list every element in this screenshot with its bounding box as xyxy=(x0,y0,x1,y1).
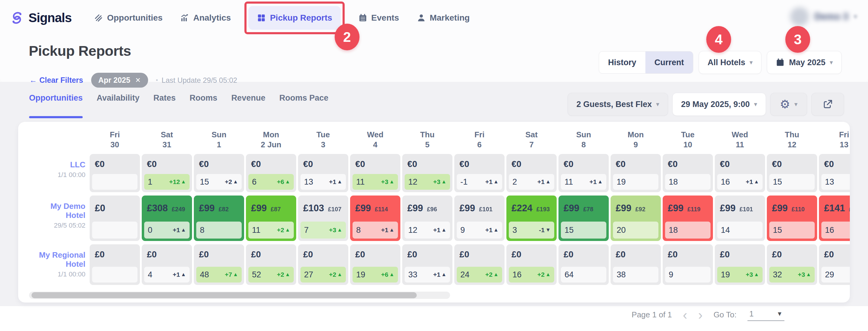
clear-filters-link[interactable]: ← Clear Filters xyxy=(29,76,83,85)
pickup-cell[interactable]: €013+1▲ xyxy=(819,154,850,192)
pickup-cell[interactable]: £019+6▲ xyxy=(350,244,400,285)
pickup-cell[interactable]: €012+3▲ xyxy=(402,154,453,192)
page-indicator: Page 1 of 1 xyxy=(632,310,672,320)
pickup-cell[interactable]: £052+2▲ xyxy=(246,244,296,285)
hotel-name-link[interactable]: LLC xyxy=(30,160,85,169)
pickup-cell[interactable]: £048+7▲ xyxy=(194,244,244,285)
tab-availability[interactable]: Availability xyxy=(97,93,140,118)
user-menu[interactable]: Demo 3 ▾ xyxy=(790,7,857,26)
horizontal-scrollbar[interactable] xyxy=(29,292,450,299)
pickup-cell[interactable]: £033+1▲ xyxy=(402,244,453,285)
cell-rate-value: £0 xyxy=(298,244,348,260)
pickup-cell[interactable]: £103£1077+3▲ xyxy=(298,195,348,241)
grid-icon xyxy=(257,13,266,23)
nav-item-marketing[interactable]: Marketing xyxy=(417,13,470,23)
triangle-up-icon: ▲ xyxy=(285,179,290,185)
nav-item-analytics[interactable]: Analytics xyxy=(180,13,231,23)
pickup-cell[interactable]: £029+1▲ xyxy=(819,244,850,285)
pickup-cell[interactable]: £0 xyxy=(90,244,140,285)
pickup-cell[interactable]: £99£11918 xyxy=(663,195,713,241)
cell-rate-value: £0 xyxy=(402,244,453,260)
cell-delta: +3▲ xyxy=(329,227,342,234)
cell-pickup-count: 7+3▲ xyxy=(301,221,346,239)
pickup-cell[interactable]: £032+3▲ xyxy=(767,244,817,285)
pickup-cell[interactable]: £308£2490+1▲ xyxy=(142,195,192,241)
brand-logo[interactable]: Signals xyxy=(9,10,71,26)
pickup-cell[interactable]: £99£8711+2▲ xyxy=(246,195,296,241)
nav-item-events[interactable]: Events xyxy=(358,13,399,23)
datetime-dropdown[interactable]: 29 May 2025, 9:00 ▾ xyxy=(672,93,766,116)
pickup-cell[interactable]: £99£10114 xyxy=(715,195,765,241)
all-hotels-dropdown[interactable]: All Hotels ▾ xyxy=(699,51,762,74)
tab-rooms[interactable]: Rooms xyxy=(190,93,217,118)
pickup-cell[interactable]: £224£1933-1▼ xyxy=(506,195,557,241)
pickup-cell[interactable]: £038 xyxy=(611,244,661,285)
hotel-name-link[interactable]: My Demo Hotel xyxy=(30,202,85,220)
pickup-cell[interactable]: £0 xyxy=(90,195,140,241)
pickup-cell[interactable]: £016+2▲ xyxy=(506,244,557,285)
nav-item-pickup-reports[interactable]: Pickup Reports xyxy=(248,6,340,30)
triangle-up-icon: ▲ xyxy=(181,272,186,278)
export-button[interactable] xyxy=(811,93,844,116)
cell-rate-value: £0 xyxy=(454,244,504,260)
column-header-sat-7: Sat7 xyxy=(506,130,557,150)
cell-pickup-count: 8 xyxy=(196,221,242,239)
cell-rate-value: €0 xyxy=(663,154,713,169)
tab-opportunities[interactable]: Opportunities xyxy=(29,93,83,118)
column-header-fri-30: Fri30 xyxy=(90,130,140,150)
triangle-up-icon: ▲ xyxy=(441,272,446,278)
pickup-cell[interactable]: €02+1▲ xyxy=(506,154,557,192)
person-icon xyxy=(417,13,426,23)
triangle-up-icon: ▲ xyxy=(546,179,551,185)
table-row: LLC1/1 00:00€0€01+12▲€015+2▲€06+6▲€013+1… xyxy=(18,154,850,192)
current-button[interactable]: Current xyxy=(645,52,693,73)
pickup-cell[interactable]: €011+1▲ xyxy=(558,154,609,192)
pickup-cell[interactable]: €06+6▲ xyxy=(246,154,296,192)
pickup-cell[interactable]: £141£16616 xyxy=(819,195,850,241)
pickup-cell[interactable]: £027+2▲ xyxy=(298,244,348,285)
row-label: My Demo Hotel29/5 05:02 xyxy=(30,195,90,241)
pickup-cell[interactable]: €015 xyxy=(767,154,817,192)
chevron-right-icon[interactable]: › xyxy=(698,309,703,321)
pickup-cell[interactable]: £04+1▲ xyxy=(142,244,192,285)
tab-rooms-pace[interactable]: Rooms Pace xyxy=(279,93,328,118)
chevron-down-icon: ▾ xyxy=(854,13,857,21)
pickup-cell[interactable]: £99£9612+1▲ xyxy=(402,195,453,241)
pickup-cell[interactable]: €011+3▲ xyxy=(350,154,400,192)
pickup-cell[interactable]: €015+2▲ xyxy=(194,154,244,192)
pickup-cell[interactable]: €013+1▲ xyxy=(298,154,348,192)
pickup-cell[interactable]: £99£9220 xyxy=(611,195,661,241)
pickup-cell[interactable]: €01+12▲ xyxy=(142,154,192,192)
cell-delta: +1▲ xyxy=(537,178,551,185)
pickup-cell[interactable]: €0 xyxy=(90,154,140,192)
pickup-cell[interactable]: €018 xyxy=(663,154,713,192)
pickup-cell[interactable]: €019 xyxy=(611,154,661,192)
pickup-cell[interactable]: £99£828 xyxy=(194,195,244,241)
cell-rate-value: €0 xyxy=(819,154,850,169)
tab-revenue[interactable]: Revenue xyxy=(231,93,266,118)
pickup-cell[interactable]: £019+3▲ xyxy=(715,244,765,285)
pickup-cell[interactable]: £99£1019+1▲ xyxy=(454,195,504,241)
history-button[interactable]: History xyxy=(599,52,645,73)
chevron-left-icon[interactable]: ‹ xyxy=(683,309,687,321)
goto-page-select[interactable]: 1 ▼ xyxy=(747,308,784,321)
pickup-cell[interactable]: £99£11015 xyxy=(767,195,817,241)
pickup-cell[interactable]: £09 xyxy=(663,244,713,285)
cell-delta: +2▲ xyxy=(329,271,342,278)
settings-dropdown[interactable]: ⚙ ▾ xyxy=(770,93,807,116)
filter-chip-apr-2025[interactable]: Apr 2025 ✕ xyxy=(91,73,148,88)
hotel-name-link[interactable]: My Regional Hotel xyxy=(30,250,85,269)
pickup-cell[interactable]: €016+1▲ xyxy=(715,154,765,192)
pickup-cell[interactable]: €0-1+1▲ xyxy=(454,154,504,192)
scrollbar-thumb[interactable] xyxy=(31,292,417,298)
nav-item-opportunities[interactable]: Opportunities xyxy=(94,13,163,23)
guests-dropdown[interactable]: 2 Guests, Best Flex ▾ xyxy=(567,93,668,116)
triangle-up-icon: ▲ xyxy=(806,272,811,278)
tab-rates[interactable]: Rates xyxy=(154,93,176,118)
pickup-cell[interactable]: £99£1148+1▲ xyxy=(350,195,400,241)
pickup-cell[interactable]: £024+2▲ xyxy=(454,244,504,285)
pickup-cell[interactable]: £064 xyxy=(558,244,609,285)
close-icon[interactable]: ✕ xyxy=(135,77,141,84)
pickup-cell[interactable]: £99£7815 xyxy=(558,195,609,241)
month-dropdown[interactable]: May 2025 ▾ xyxy=(767,51,842,74)
